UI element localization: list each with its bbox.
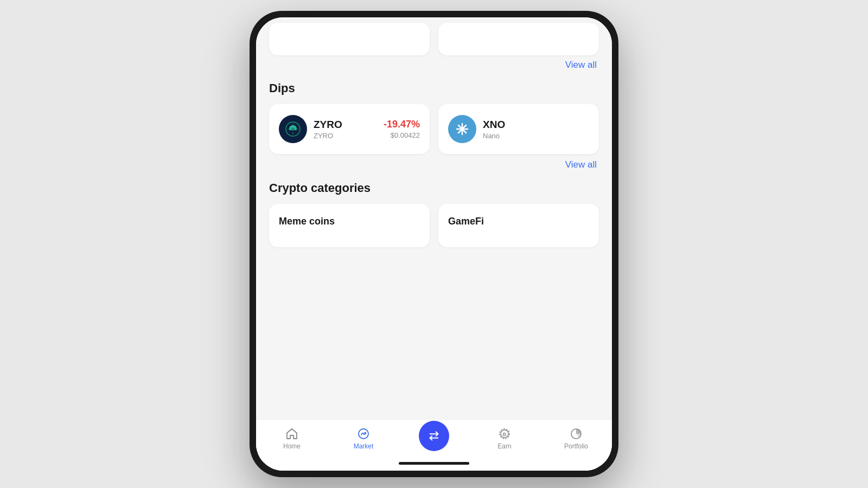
home-icon	[285, 427, 298, 440]
svg-text:B: B	[503, 432, 507, 437]
nav-portfolio-label: Portfolio	[564, 442, 588, 450]
top-card-2[interactable]	[438, 23, 599, 55]
view-all-link-2[interactable]: View all	[565, 159, 597, 170]
market-icon	[357, 427, 370, 440]
nav-earn-label: Earn	[497, 442, 511, 450]
zyro-symbol: ZYRO	[314, 132, 342, 140]
zyro-icon	[279, 115, 307, 143]
meme-coins-card[interactable]: Meme coins	[269, 204, 430, 247]
categories-row: Meme coins GameFi	[269, 204, 599, 247]
gamefi-label: GameFi	[448, 216, 484, 227]
scroll-area: View all Dips	[256, 17, 612, 419]
xno-card[interactable]: XNO Nano	[438, 104, 599, 154]
portfolio-icon	[570, 427, 583, 440]
nav-home[interactable]: Home	[276, 427, 308, 450]
view-all-row-2: View all	[269, 159, 599, 170]
xno-icon	[448, 115, 476, 143]
crypto-categories-title: Crypto categories	[269, 181, 599, 195]
top-cards-row	[269, 23, 599, 55]
phone-frame: View all Dips	[250, 11, 618, 477]
bottom-nav: Home Market	[256, 419, 612, 455]
swap-icon	[427, 429, 441, 443]
view-all-row-1: View all	[269, 60, 599, 70]
nav-market-label: Market	[354, 442, 374, 450]
nav-market[interactable]: Market	[347, 427, 380, 450]
nav-portfolio[interactable]: Portfolio	[560, 427, 592, 450]
dips-cards-row: ZYRO ZYRO -19.47% $0.00422	[269, 104, 599, 154]
svg-point-2	[291, 127, 295, 131]
phone-screen: View all Dips	[256, 17, 612, 471]
gamefi-card[interactable]: GameFi	[438, 204, 599, 247]
screen-content: View all Dips	[256, 17, 612, 471]
dips-title: Dips	[269, 81, 599, 95]
nav-earn[interactable]: B Earn	[488, 427, 521, 450]
zyro-name: ZYRO	[314, 119, 342, 131]
zyro-info: ZYRO ZYRO	[314, 119, 342, 140]
zyro-change-pct: -19.47%	[384, 119, 420, 130]
zyro-change: -19.47% $0.00422	[384, 119, 420, 139]
earn-icon: B	[498, 427, 511, 440]
xno-info: XNO Nano	[483, 119, 505, 140]
zyro-price: $0.00422	[384, 131, 420, 139]
view-all-link-1[interactable]: View all	[565, 60, 597, 70]
top-card-1[interactable]	[269, 23, 430, 55]
home-indicator-bar	[399, 462, 469, 465]
xno-symbol: Nano	[483, 132, 505, 140]
nav-home-label: Home	[283, 442, 301, 450]
zyro-card[interactable]: ZYRO ZYRO -19.47% $0.00422	[269, 104, 430, 154]
xno-name: XNO	[483, 119, 505, 131]
bottom-indicator	[256, 455, 612, 471]
nav-swap-button[interactable]	[419, 421, 449, 451]
meme-coins-label: Meme coins	[279, 216, 335, 227]
